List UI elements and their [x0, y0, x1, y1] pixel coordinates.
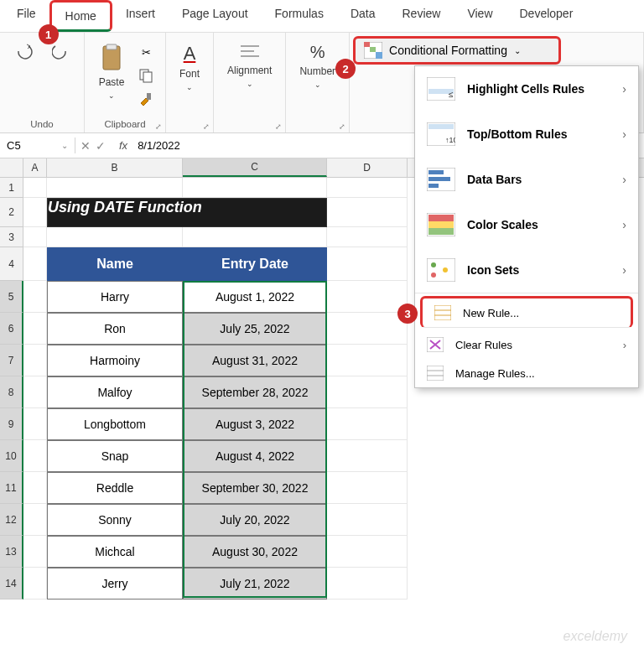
row-header[interactable]: 5 [0, 281, 23, 313]
menu-clear-rules[interactable]: Clear Rules › [415, 330, 638, 359]
chevron-right-icon: › [622, 263, 626, 277]
menu-manage-rules[interactable]: Manage Rules... [415, 359, 638, 387]
col-header-d[interactable]: D [327, 158, 408, 177]
cell-name[interactable]: Snap [47, 440, 183, 472]
cell-name[interactable]: Reddle [47, 472, 183, 504]
svg-rect-19 [428, 170, 444, 174]
svg-rect-24 [428, 221, 454, 228]
row-header[interactable]: 2 [0, 198, 23, 227]
copy-button[interactable] [135, 65, 157, 86]
marker-3: 3 [397, 304, 418, 324]
cell-name[interactable]: Sonny [47, 504, 183, 536]
row-header[interactable]: 14 [0, 568, 23, 600]
row-header[interactable]: 12 [0, 504, 23, 536]
menu-new-rule[interactable]: New Rule... 3 [420, 296, 633, 328]
watermark: exceldemy [564, 629, 627, 644]
tab-formulas[interactable]: Formulas [262, 0, 337, 32]
tab-home[interactable]: Home 1 [49, 0, 112, 32]
svg-text:↑10: ↑10 [445, 136, 455, 144]
number-launcher[interactable]: ⤢ [339, 122, 345, 131]
col-header-c[interactable]: C [183, 158, 327, 177]
row-header[interactable]: 11 [0, 472, 23, 504]
font-button[interactable]: A Font ⌄ [174, 41, 205, 93]
undo-button[interactable] [8, 41, 42, 61]
cell-date[interactable]: August 3, 2022 [183, 408, 327, 440]
undo-icon [13, 43, 37, 60]
svg-rect-3 [143, 72, 152, 82]
table-header-date[interactable]: Entry Date [183, 247, 327, 281]
table-title-cell[interactable]: Using DATE Function [47, 198, 327, 227]
row-header[interactable]: 6 [0, 313, 23, 345]
cell-name[interactable]: Jerry [47, 568, 183, 600]
clipboard-icon [98, 43, 125, 73]
group-number: % Number ⌄ ⤢ [286, 33, 350, 132]
tab-developer[interactable]: Developer [506, 0, 587, 32]
cell-date[interactable]: September 28, 2022 [183, 376, 327, 408]
cancel-formula-button[interactable]: ✕ [80, 139, 91, 153]
row-header[interactable]: 9 [0, 408, 23, 440]
name-box[interactable]: C5 ⌄ [0, 138, 75, 153]
cell-name[interactable]: Ron [47, 313, 183, 345]
row-header[interactable]: 13 [0, 536, 23, 568]
cell-date[interactable]: July 20, 2022 [183, 504, 327, 536]
cf-icon [364, 42, 382, 59]
brush-icon [138, 91, 153, 106]
cell-date[interactable]: August 1, 2022 [183, 281, 327, 313]
clipboard-launcher[interactable]: ⤢ [155, 122, 162, 131]
cell-date[interactable]: August 4, 2022 [183, 440, 327, 472]
fx-icon[interactable]: fx [114, 139, 132, 152]
tab-insert[interactable]: Insert [112, 0, 169, 32]
cell-date[interactable]: July 21, 2022 [183, 568, 327, 600]
row-header[interactable]: 4 [0, 247, 23, 281]
row-header[interactable]: 8 [0, 376, 23, 408]
tab-page-layout[interactable]: Page Layout [169, 0, 262, 32]
row-header[interactable]: 10 [0, 440, 23, 472]
svg-point-27 [431, 262, 436, 267]
format-painter-button[interactable] [135, 88, 157, 110]
svg-rect-11 [376, 52, 382, 59]
newrule-icon [434, 305, 451, 320]
menu-data-bars[interactable]: Data Bars › [415, 157, 638, 202]
manage-icon [427, 366, 444, 381]
chevron-right-icon: › [622, 127, 626, 141]
cell-date[interactable]: July 25, 2022 [183, 313, 327, 345]
percent-icon: % [310, 43, 325, 62]
menu-highlight-cells[interactable]: ≤ Highlight Cells Rules › [415, 66, 638, 112]
cell-date[interactable]: August 30, 2022 [183, 536, 327, 568]
tab-review[interactable]: Review [389, 0, 454, 32]
cell-name[interactable]: Longbottom [47, 408, 183, 440]
cell-name[interactable]: Malfoy [47, 376, 183, 408]
svg-rect-1 [106, 44, 117, 49]
font-icon: A [184, 43, 196, 65]
conditional-formatting-button[interactable]: Conditional Formatting ⌄ 2 [353, 36, 561, 65]
tab-data[interactable]: Data [337, 0, 389, 32]
tab-view[interactable]: View [454, 0, 506, 32]
table-header-name[interactable]: Name [47, 247, 183, 281]
col-header-a[interactable]: A [23, 158, 47, 177]
row-header[interactable]: 7 [0, 345, 23, 376]
cell-date[interactable]: September 30, 2022 [183, 472, 327, 504]
menu-top-bottom[interactable]: ↑10 Top/Bottom Rules › [415, 112, 638, 157]
select-all-corner[interactable] [0, 158, 23, 177]
row-header[interactable]: 3 [0, 227, 23, 247]
iconsets-icon [427, 258, 455, 282]
group-label-undo: Undo [8, 119, 75, 129]
group-label-clipboard: Clipboard [93, 119, 157, 129]
row-header[interactable]: 1 [0, 178, 23, 198]
cell-name[interactable]: Harmoiny [47, 345, 183, 376]
svg-rect-4 [147, 93, 151, 100]
paste-button[interactable]: Paste ⌄ [93, 41, 130, 101]
alignment-button[interactable]: Alignment ⌄ [222, 41, 277, 90]
cell-name[interactable]: Harry [47, 281, 183, 313]
number-button[interactable]: % Number ⌄ [294, 41, 340, 91]
enter-formula-button[interactable]: ✓ [96, 139, 106, 153]
cell-date[interactable]: August 31, 2022 [183, 345, 327, 376]
menu-icon-sets[interactable]: Icon Sets › [415, 247, 638, 293]
menu-color-scales[interactable]: Color Scales › [415, 202, 638, 247]
chevron-right-icon: › [622, 82, 626, 96]
cell-name[interactable]: Michcal [47, 536, 183, 568]
col-header-b[interactable]: B [47, 158, 183, 177]
alignment-launcher[interactable]: ⤢ [275, 122, 282, 131]
cut-button[interactable]: ✂ [135, 41, 157, 63]
font-launcher[interactable]: ⤢ [203, 122, 210, 131]
